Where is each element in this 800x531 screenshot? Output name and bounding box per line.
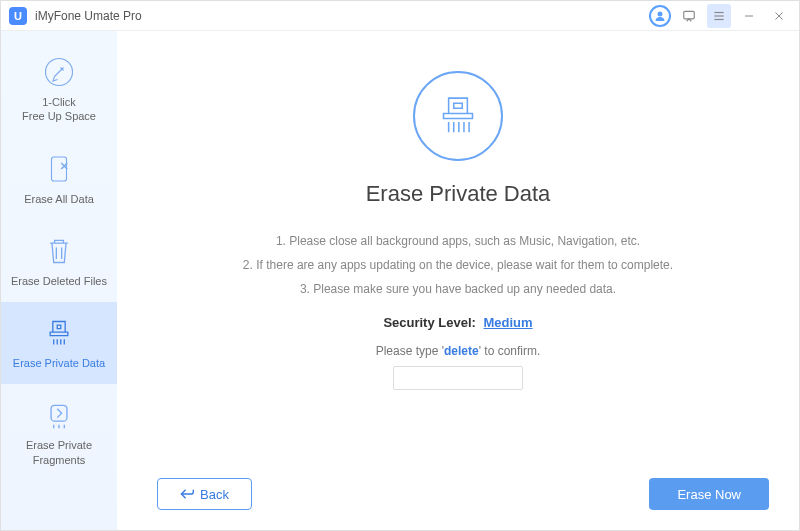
svg-point-0 — [658, 11, 663, 16]
app-logo-icon: U — [9, 7, 27, 25]
svg-rect-1 — [684, 11, 695, 19]
instruction-line: 2. If there are any apps updating on the… — [243, 253, 673, 277]
erase-private-hero-icon — [413, 71, 503, 161]
app-fragments-icon — [42, 398, 76, 432]
shredder-icon — [42, 316, 76, 350]
sidebar-item-label: Erase Private Data — [13, 356, 105, 370]
confirm-prefix: Please type ' — [376, 344, 444, 358]
instruction-line: 3. Please make sure you have backed up a… — [243, 277, 673, 301]
close-button[interactable] — [767, 4, 791, 28]
sidebar-item-free-up-space[interactable]: 1-Click Free Up Space — [1, 41, 117, 138]
sidebar: 1-Click Free Up Space Erase All Data Era… — [1, 31, 117, 530]
instruction-line: 1. Please close all background apps, suc… — [243, 229, 673, 253]
erase-now-button[interactable]: Erase Now — [649, 478, 769, 510]
svg-rect-10 — [51, 406, 67, 422]
back-arrow-icon — [180, 488, 194, 500]
back-button-label: Back — [200, 487, 229, 502]
confirm-instruction: Please type 'delete' to confirm. — [376, 344, 541, 358]
erase-now-label: Erase Now — [677, 487, 741, 502]
sidebar-item-label: Erase Private Fragments — [26, 438, 92, 467]
security-level-row: Security Level: Medium — [383, 315, 532, 330]
app-title: iMyFone Umate Pro — [35, 9, 142, 23]
sidebar-item-erase-all[interactable]: Erase All Data — [1, 138, 117, 220]
confirm-suffix: ' to confirm. — [479, 344, 541, 358]
broom-icon — [42, 55, 76, 89]
menu-icon[interactable] — [707, 4, 731, 28]
user-avatar-icon[interactable] — [649, 5, 671, 27]
confirm-input[interactable] — [393, 366, 523, 390]
main-panel: Erase Private Data 1. Please close all b… — [117, 31, 799, 530]
instructions: 1. Please close all background apps, suc… — [243, 229, 673, 301]
confirm-keyword: delete — [444, 344, 479, 358]
feedback-icon[interactable] — [677, 4, 701, 28]
security-level-value[interactable]: Medium — [484, 315, 533, 330]
svg-rect-9 — [52, 157, 67, 181]
sidebar-item-erase-private[interactable]: Erase Private Data — [1, 302, 117, 384]
back-button[interactable]: Back — [157, 478, 252, 510]
sidebar-item-erase-fragments[interactable]: Erase Private Fragments — [1, 384, 117, 481]
trash-icon — [42, 234, 76, 268]
page-title: Erase Private Data — [366, 181, 551, 207]
sidebar-item-label: Erase Deleted Files — [11, 274, 107, 288]
minimize-button[interactable] — [737, 4, 761, 28]
footer: Back Erase Now — [117, 478, 799, 510]
security-level-label: Security Level: — [383, 315, 476, 330]
titlebar: U iMyFone Umate Pro — [1, 1, 799, 31]
phone-erase-icon — [42, 152, 76, 186]
sidebar-item-label: 1-Click Free Up Space — [22, 95, 96, 124]
sidebar-item-erase-deleted[interactable]: Erase Deleted Files — [1, 220, 117, 302]
sidebar-item-label: Erase All Data — [24, 192, 94, 206]
